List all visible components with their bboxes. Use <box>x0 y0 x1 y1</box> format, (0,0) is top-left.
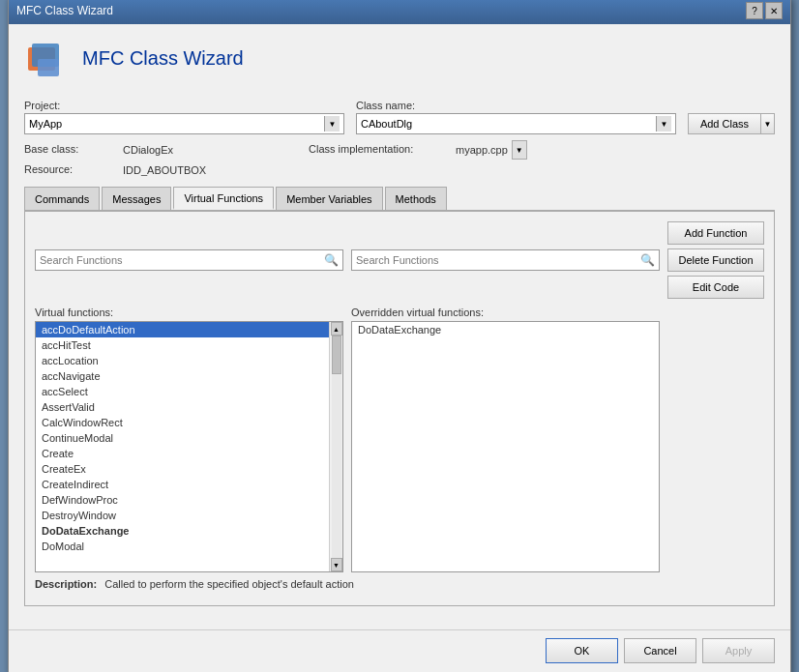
page-title: MFC Class Wizard <box>82 40 244 70</box>
class-name-arrow[interactable]: ▼ <box>656 116 671 131</box>
delete-function-button[interactable]: Delete Function <box>667 248 764 272</box>
title-bar: MFC Class Wizard ? ✕ <box>9 0 790 24</box>
resource-label: Resource: <box>24 163 111 175</box>
list-item[interactable]: AssertValid <box>36 399 342 415</box>
list-item[interactable]: accDoDefaultAction <box>36 322 342 337</box>
overridden-functions-list[interactable]: DoDataExchange <box>351 321 660 572</box>
overridden-functions-label: Overridden virtual functions: <box>351 307 660 318</box>
tabs-bar: Commands Messages Virtual Functions Memb… <box>24 187 775 212</box>
list-item[interactable]: Create <box>36 446 342 461</box>
content-area: MFC Class Wizard Project: MyApp ▼ Class … <box>9 24 790 629</box>
class-name-value: CAboutDlg <box>361 118 656 130</box>
base-resource-row: Base class: CDialogEx Class implementati… <box>24 140 775 177</box>
class-name-label: Class name: <box>356 100 676 111</box>
base-class-value: CDialogEx <box>123 144 297 156</box>
class-impl-row: myapp.cpp ▼ <box>456 140 775 160</box>
list-item[interactable]: DoDataExchange <box>36 523 342 539</box>
search-left[interactable]: 🔍 <box>35 249 343 271</box>
tab-methods[interactable]: Methods <box>385 187 447 210</box>
list-item[interactable]: DefWindowProc <box>36 492 342 508</box>
edit-code-button[interactable]: Edit Code <box>667 276 764 299</box>
add-function-button[interactable]: Add Function <box>667 221 764 245</box>
apply-button[interactable]: Apply <box>702 638 775 663</box>
list-item[interactable]: DestroyWindow <box>36 508 342 523</box>
add-class-group: Add Class ▼ <box>688 113 775 134</box>
virtual-functions-container: Virtual functions: accDoDefaultAction ac… <box>35 307 343 572</box>
scroll-track <box>332 336 341 558</box>
ok-button[interactable]: OK <box>546 638 618 663</box>
resource-value: IDD_ABOUTBOX <box>123 164 297 176</box>
svg-rect-2 <box>38 59 59 76</box>
scrollbar[interactable]: ▲ ▼ <box>329 322 342 571</box>
side-buttons: Add Function Delete Function Edit Code <box>667 221 764 299</box>
list-item[interactable]: ContinueModal <box>36 430 342 446</box>
list-item[interactable]: DoDataExchange <box>352 322 659 337</box>
list-item[interactable]: DoModal <box>36 539 342 554</box>
scroll-down[interactable]: ▼ <box>331 558 342 571</box>
virtual-functions-list[interactable]: accDoDefaultAction accHitTest accLocatio… <box>35 321 343 572</box>
list-item[interactable]: accLocation <box>36 353 342 368</box>
class-implementation-label: Class implementation: <box>309 143 444 155</box>
search-right-icon: 🔍 <box>640 253 655 267</box>
top-form: Project: MyApp ▼ Class name: CAboutDlg ▼… <box>24 100 775 177</box>
class-name-combo[interactable]: CAboutDlg ▼ <box>356 113 676 134</box>
cancel-button[interactable]: Cancel <box>624 638 696 663</box>
close-button[interactable]: ✕ <box>765 2 783 19</box>
description-label: Description: <box>35 578 97 590</box>
project-arrow[interactable]: ▼ <box>324 116 340 131</box>
base-class-label: Base class: <box>24 143 111 155</box>
tab-member-variables[interactable]: Member Variables <box>276 187 382 210</box>
add-class-dropdown[interactable]: ▼ <box>761 113 775 134</box>
description-row: Description: Called to perform the speci… <box>35 572 764 596</box>
form-row-project-class: Project: MyApp ▼ Class name: CAboutDlg ▼… <box>24 100 775 134</box>
list-item[interactable]: accNavigate <box>36 368 342 384</box>
search-functions-right-input[interactable] <box>356 254 640 266</box>
title-bar-text: MFC Class Wizard <box>16 4 113 17</box>
virtual-functions-label: Virtual functions: <box>35 307 343 318</box>
tab-messages[interactable]: Messages <box>102 187 171 210</box>
search-left-icon: 🔍 <box>324 253 339 267</box>
title-bar-controls: ? ✕ <box>746 2 783 19</box>
tab-commands[interactable]: Commands <box>24 187 100 210</box>
project-combo[interactable]: MyApp ▼ <box>24 113 344 134</box>
project-col: Project: MyApp ▼ <box>24 100 344 134</box>
list-item[interactable]: accHitTest <box>36 337 342 353</box>
class-impl-dropdown[interactable]: ▼ <box>512 140 527 160</box>
help-button[interactable]: ? <box>746 2 763 19</box>
list-item[interactable]: CreateEx <box>36 461 342 477</box>
search-row: 🔍 🔍 Add Function Delete Function Edit Co… <box>35 221 764 299</box>
add-class-button[interactable]: Add Class <box>688 113 761 134</box>
list-item[interactable]: CreateIndirect <box>36 477 342 492</box>
class-impl-value: myapp.cpp <box>456 144 508 156</box>
overridden-functions-container: Overridden virtual functions: DoDataExch… <box>351 307 660 572</box>
description-text: Called to perform the specified object's… <box>104 578 354 590</box>
search-right[interactable]: 🔍 <box>351 249 660 271</box>
list-item[interactable]: CalcWindowRect <box>36 415 342 430</box>
header-section: MFC Class Wizard <box>24 40 775 86</box>
scroll-up[interactable]: ▲ <box>331 322 342 336</box>
search-functions-left-input[interactable] <box>40 254 324 266</box>
class-name-col: Class name: CAboutDlg ▼ <box>356 100 676 134</box>
lists-section: Virtual functions: accDoDefaultAction ac… <box>35 307 764 572</box>
list-item[interactable]: accSelect <box>36 384 342 399</box>
project-label: Project: <box>24 100 344 111</box>
scroll-thumb[interactable] <box>332 336 341 374</box>
main-window: MFC Class Wizard ? ✕ MFC Class Wizard Pr… <box>8 0 791 672</box>
project-value: MyApp <box>29 118 324 130</box>
footer: OK Cancel Apply <box>9 629 790 672</box>
wizard-icon <box>24 40 71 86</box>
tab-content: 🔍 🔍 Add Function Delete Function Edit Co… <box>24 212 775 606</box>
tab-virtual-functions[interactable]: Virtual Functions <box>173 187 274 210</box>
